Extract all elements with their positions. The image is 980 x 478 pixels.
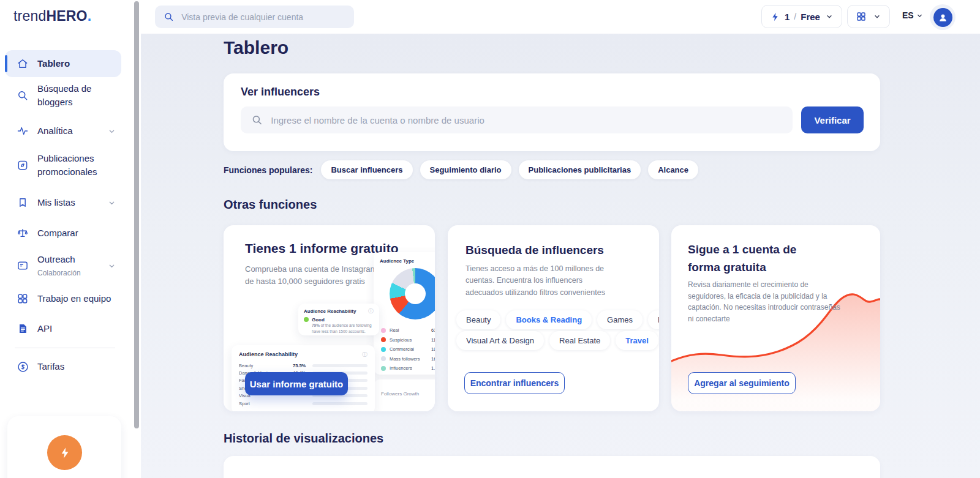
lightning-icon xyxy=(770,12,780,22)
influencer-search-title: Búsqueda de influencers xyxy=(466,244,604,257)
home-icon xyxy=(16,57,29,70)
sidebar-item-analitica[interactable]: Analítica xyxy=(5,120,121,142)
category-chip-beauty[interactable]: Beauty xyxy=(456,310,500,329)
document-icon xyxy=(16,322,29,335)
upgrade-promo-card[interactable] xyxy=(7,416,121,478)
account-preview-search[interactable] xyxy=(155,6,354,28)
user-menu[interactable] xyxy=(930,4,956,30)
status-detail: 79% of the audience are following have l… xyxy=(312,323,374,335)
info-icon: ⓘ xyxy=(368,308,374,314)
row-value: 75.5% xyxy=(293,363,309,368)
sidebar-item-outreach[interactable]: OutreachColaboración xyxy=(5,252,121,279)
legend-row: Mass followers16 xyxy=(381,354,435,364)
reachability-status-header: Audience Reachability ⓘ xyxy=(304,308,374,314)
search-input[interactable] xyxy=(181,12,345,22)
apps-dropdown[interactable] xyxy=(847,5,890,28)
influencer-search-description: Tienes acceso a más de 100 millones de c… xyxy=(466,263,612,299)
category-chip-games[interactable]: Games xyxy=(597,310,643,329)
legend-label: Influencers xyxy=(390,365,412,371)
legend-row: Suspicious11 xyxy=(381,335,435,345)
logo-dot: . xyxy=(88,8,92,24)
other-functions-title: Otras funciones xyxy=(224,198,317,212)
reachability-status-panel: Audience Reachability ⓘ Good 79% of the … xyxy=(298,304,379,335)
sidebar-item-label: Tarifas xyxy=(37,360,64,374)
history-title: Historial de visualizaciones xyxy=(224,431,383,446)
active-indicator xyxy=(5,55,7,72)
reachability-status-body: Good 79% of the audience are following h… xyxy=(304,317,374,335)
add-to-tracking-button[interactable]: Agregar al seguimiento xyxy=(688,372,796,394)
follow-account-card: Sigue a 1 cuenta de forma gratuita Revis… xyxy=(671,225,880,411)
plan-name: Free xyxy=(801,12,820,22)
scales-icon xyxy=(16,226,29,240)
language-selector[interactable]: ES xyxy=(902,10,924,20)
verify-card-title: Ver influencers xyxy=(241,86,320,99)
bookmark-icon xyxy=(16,196,29,209)
sidebar-item-busqueda-de-bloggers[interactable]: Búsqueda de bloggers xyxy=(5,80,121,111)
popular-functions-row: Funciones populares: Buscar influencers … xyxy=(224,160,698,179)
info-icon: ⓘ xyxy=(362,352,368,357)
legend-label: Suspicious xyxy=(390,337,412,343)
audience-type-legend: Real61 Suspicious11 Commercial10 Mass fo… xyxy=(381,326,435,373)
legend-label: Real xyxy=(390,327,399,333)
legend-dot xyxy=(381,366,386,371)
chevron-down-icon xyxy=(825,12,834,21)
category-chip-books-reading[interactable]: Books & Reading xyxy=(506,310,592,329)
sidebar-item-label: Búsqueda de bloggers xyxy=(37,82,108,110)
logo-hero: HERO xyxy=(46,8,87,24)
outreach-label: Outreach xyxy=(37,254,75,264)
sidebar-item-label: Mis listas xyxy=(37,196,75,210)
chip-seguimiento-diario[interactable]: Seguimiento diario xyxy=(420,160,511,179)
followers-growth-panel: Followers Growth xyxy=(374,379,435,411)
free-report-description: Comprueba una cuenta de Instagram de has… xyxy=(245,263,381,288)
sidebar: trendHERO. Tablero Búsqueda de bloggers … xyxy=(0,0,141,478)
sidebar-item-trabajo-en-equipo[interactable]: Trabajo en equipo xyxy=(5,286,121,311)
main-content: Tablero Ver influencers Verificar Funcio… xyxy=(141,34,980,478)
chevron-down-icon xyxy=(107,127,116,136)
row-label: Beauty xyxy=(239,363,289,368)
legend-dot xyxy=(381,347,386,352)
category-chip-real-estate[interactable]: Real Estate xyxy=(549,331,610,350)
account-name-input[interactable] xyxy=(271,115,782,125)
view-history-card xyxy=(224,456,880,478)
sidebar-item-api[interactable]: API xyxy=(5,317,121,340)
status-text-block: Good 79% of the audience are following h… xyxy=(312,317,374,335)
legend-label: Commercial xyxy=(390,346,414,352)
brand-logo[interactable]: trendHERO. xyxy=(13,8,91,24)
account-name-search[interactable] xyxy=(241,106,793,133)
sidebar-item-label: Publicaciones promocionales xyxy=(37,152,108,179)
credits-plan-dropdown[interactable]: 1 / Free xyxy=(761,5,842,28)
followers-growth-label: Followers Growth xyxy=(381,391,419,397)
sidebar-item-label: Tablero xyxy=(37,57,70,71)
category-chip-fashion[interactable]: Fashion xyxy=(648,310,659,329)
sidebar-item-tablero[interactable]: Tablero xyxy=(5,50,121,77)
sidebar-divider xyxy=(15,348,115,348)
category-chips-row2: Visual Art & Design Real Estate Travel S… xyxy=(456,331,659,350)
credits-count: 1 xyxy=(785,12,790,22)
chevron-down-icon xyxy=(916,12,924,20)
chip-buscar-influencers[interactable]: Buscar influencers xyxy=(321,160,412,179)
lightning-icon xyxy=(58,446,72,460)
slash-separator: / xyxy=(794,12,796,21)
sidebar-item-comparar[interactable]: Comparar xyxy=(5,222,121,245)
bar-track xyxy=(312,364,368,367)
free-report-card: Tienes 1 informe gratuito Comprueba una … xyxy=(224,225,435,411)
audience-type-donut-chart xyxy=(390,268,435,319)
use-free-report-button[interactable]: Usar informe gratuito xyxy=(245,372,348,395)
sidebar-item-publicaciones-promocionales[interactable]: Publicaciones promocionales xyxy=(5,149,121,181)
find-influencers-button[interactable]: Encontrar influencers xyxy=(464,372,565,394)
sidebar-item-tarifas[interactable]: Tarifas xyxy=(5,355,121,378)
chip-alcance[interactable]: Alcance xyxy=(648,160,698,179)
dollar-circle-icon xyxy=(16,360,29,373)
sidebar-item-mis-listas[interactable]: Mis listas xyxy=(5,191,121,214)
category-chip-travel[interactable]: Travel xyxy=(616,331,658,350)
category-chip-visual-art-design[interactable]: Visual Art & Design xyxy=(456,331,544,350)
sidebar-scrollbar[interactable] xyxy=(134,1,139,428)
chevron-down-icon xyxy=(873,12,881,21)
table-row: Beauty75.5% xyxy=(239,362,368,369)
verify-button[interactable]: Verificar xyxy=(801,106,864,133)
page-title: Tablero xyxy=(224,37,288,58)
bar-track xyxy=(312,402,368,405)
chip-publicaciones-publicitarias[interactable]: Publicaciones publicitarias xyxy=(519,160,641,179)
legend-value: 11 xyxy=(431,337,435,343)
legend-row: Commercial10 xyxy=(381,345,435,354)
